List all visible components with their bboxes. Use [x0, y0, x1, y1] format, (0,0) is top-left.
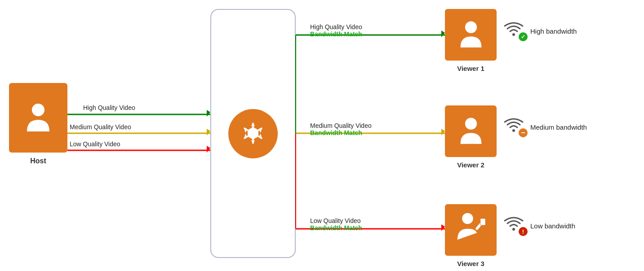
label-server-v1: High Quality Video Bandwidth Match [310, 23, 362, 38]
viewer-3-label: Viewer 3 [457, 260, 484, 267]
bw-label-1: High bandwidth [530, 27, 577, 35]
svg-point-17 [465, 22, 476, 33]
wifi-icon-2: − [503, 118, 527, 136]
diagram: Host [0, 0, 644, 271]
bw-indicator-2: − Medium bandwidth [503, 118, 587, 136]
svg-marker-12 [251, 140, 255, 144]
label-server-v3: Low Quality Video Bandwidth Match [310, 217, 362, 232]
label-server-v2: Medium Quality Video Bandwidth Match [310, 122, 372, 136]
svg-marker-25 [207, 129, 210, 136]
viewer-2-label: Viewer 2 [457, 161, 484, 169]
svg-marker-23 [207, 110, 210, 117]
viewer-1-block: Viewer 1 [445, 9, 497, 61]
svg-marker-11 [251, 122, 255, 126]
svg-point-0 [32, 104, 44, 116]
svg-point-37 [512, 129, 515, 132]
bw-indicator-3: ! Low bandwidth [503, 216, 575, 235]
svg-point-19 [462, 213, 473, 224]
badge-minus: − [519, 128, 528, 137]
bw-label-2: Medium bandwidth [530, 123, 587, 131]
host-label: Host [30, 157, 46, 165]
svg-marker-32 [441, 129, 445, 136]
bw-label-3: Low bandwidth [530, 222, 575, 230]
svg-point-36 [512, 33, 515, 36]
viewer-3-block: Viewer 3 [445, 204, 497, 256]
label-host-high: High Quality Video [83, 104, 135, 111]
svg-marker-30 [441, 31, 445, 37]
label-host-medium: Medium Quality Video [70, 123, 131, 131]
viewer-2-icon [455, 114, 487, 148]
host-person-icon [22, 100, 54, 136]
host-block: Host [9, 83, 67, 153]
badge-exclamation: ! [519, 227, 528, 236]
svg-marker-35 [441, 224, 445, 231]
viewer-1-label: Viewer 1 [457, 65, 484, 72]
svg-point-38 [512, 228, 515, 231]
viewer-3-icon [453, 211, 489, 249]
viewer-2-block: Viewer 2 [445, 105, 497, 157]
wifi-icon-1: ✓ [503, 22, 527, 40]
viewer-1-icon [455, 18, 487, 52]
bw-indicator-1: ✓ High bandwidth [503, 22, 577, 40]
server-icon [228, 109, 278, 158]
svg-rect-21 [480, 219, 485, 225]
badge-check: ✓ [519, 32, 528, 41]
label-host-low: Low Quality Video [70, 140, 120, 148]
server-block [210, 9, 296, 258]
svg-marker-27 [207, 146, 210, 153]
svg-point-18 [465, 118, 476, 130]
wifi-icon-3: ! [503, 216, 527, 235]
